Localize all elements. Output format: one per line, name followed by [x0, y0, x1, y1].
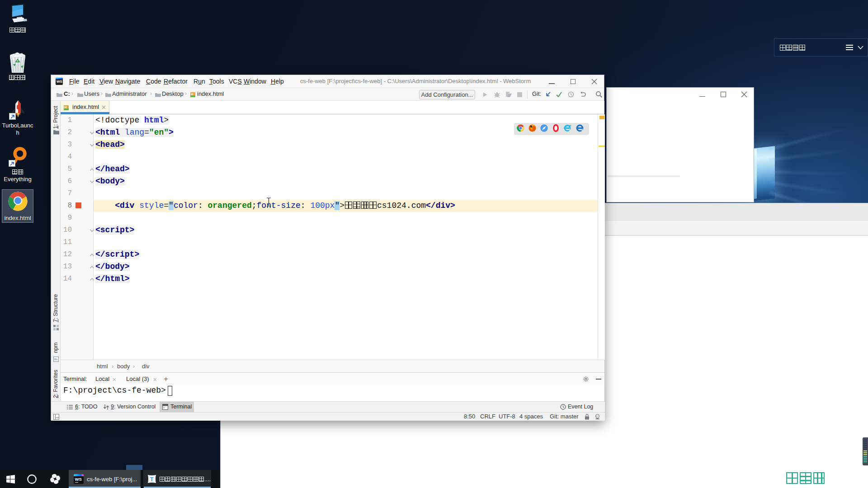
- svg-text:T: T: [150, 476, 154, 483]
- svg-text:H: H: [65, 106, 67, 109]
- svg-text:H: H: [191, 93, 193, 96]
